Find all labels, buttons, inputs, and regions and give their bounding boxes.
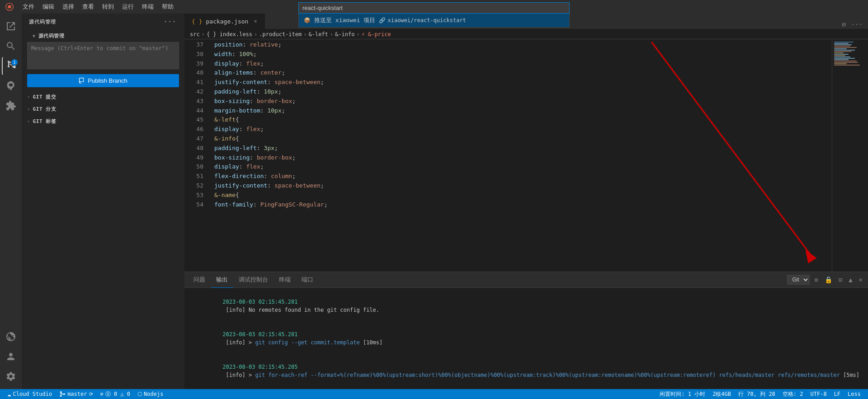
- minimap: [832, 39, 868, 272]
- lock-icon[interactable]: 🔒: [823, 275, 834, 284]
- maximize-panel-icon[interactable]: ▲: [847, 275, 854, 284]
- status-branch[interactable]: master ⟳: [56, 389, 96, 399]
- code-content[interactable]: position: relative; width: 100%; display…: [207, 39, 832, 272]
- status-nodejs[interactable]: ⬡ Nodejs: [134, 389, 167, 399]
- package-icon: 📦: [303, 17, 311, 24]
- activity-account[interactable]: [2, 347, 20, 366]
- panel-tab-debug[interactable]: 调试控制台: [233, 272, 274, 288]
- section-git-commit[interactable]: › GIT 提交: [22, 91, 184, 103]
- split-editor-icon[interactable]: ⊟: [840, 20, 847, 29]
- nodejs-label: Nodejs: [144, 391, 163, 397]
- cpu-label: 2核4GB: [712, 390, 731, 398]
- status-position[interactable]: 行 70, 列 28: [735, 390, 779, 398]
- activity-remote[interactable]: [2, 328, 20, 346]
- code-line-39: display: flex;: [214, 59, 832, 69]
- cloud-studio-label: Cloud Studio: [13, 391, 52, 397]
- minimap-line: [834, 50, 855, 51]
- source-control-section: ▼ 源代码管理 Publish Branch: [22, 30, 184, 91]
- tab-close-icon[interactable]: ×: [254, 18, 257, 24]
- line-numbers: 37 38 39 40 41 42 43 44 45 46 47 48 49 5…: [184, 39, 207, 272]
- command-item-push[interactable]: 📦 推送至 xiaowei 项目 🔗 xiaowei/react-quickst…: [299, 14, 569, 27]
- minimap-line: [834, 51, 852, 52]
- error-count: ⓪ 0 △ 0: [105, 390, 130, 398]
- status-idle[interactable]: 闲置时间: 1 小时: [656, 390, 709, 398]
- status-cpu[interactable]: 2核4GB: [709, 390, 735, 398]
- activity-source-control[interactable]: 1: [2, 57, 20, 75]
- terminal-content: 2023-08-03 02:15:45.281 [info] No remote…: [184, 288, 868, 389]
- clear-output-icon[interactable]: ≡: [812, 275, 820, 284]
- code-line-47: &-info {: [214, 134, 832, 144]
- menu-file[interactable]: 文件: [19, 2, 38, 12]
- minimap-line: [834, 46, 850, 47]
- status-language[interactable]: Less: [844, 391, 864, 397]
- section-git-tags[interactable]: › GIT 标签: [22, 115, 184, 127]
- log-line-1: 2023-08-03 02:15:45.281 [info] > git con…: [190, 322, 863, 355]
- activity-explorer[interactable]: [2, 17, 20, 35]
- status-cloud-studio[interactable]: ☁ Cloud Studio: [4, 389, 56, 399]
- panel-tab-ports[interactable]: 端口: [296, 272, 319, 288]
- code-line-53: &-name {: [214, 191, 832, 200]
- nodejs-icon: ⬡: [137, 391, 142, 397]
- code-line-42: padding-left: 10px;: [214, 87, 832, 97]
- status-spaces[interactable]: 空格: 2: [779, 390, 807, 398]
- panel-output-select[interactable]: Git: [787, 275, 810, 285]
- code-line-50: display: flex;: [214, 162, 832, 172]
- breadcrumb-src[interactable]: src: [190, 31, 200, 38]
- status-errors[interactable]: ⊘ ⓪ 0 △ 0: [97, 389, 134, 399]
- menu-edit[interactable]: 编辑: [39, 2, 58, 12]
- activity-debug[interactable]: [2, 77, 20, 95]
- branch-name: master: [67, 391, 87, 397]
- status-eol[interactable]: LF: [830, 391, 844, 397]
- minimap-line: [834, 65, 860, 66]
- status-encoding[interactable]: UTF-8: [807, 391, 830, 397]
- command-input[interactable]: [302, 5, 566, 11]
- tab-package-json[interactable]: { } package.json ×: [184, 14, 265, 29]
- breadcrumb-info[interactable]: &-info: [335, 31, 354, 38]
- code-line-54: font-family: PingFangSC-Regular;: [214, 200, 832, 210]
- panel-tab-problems[interactable]: 问题: [188, 272, 211, 288]
- activity-bottom: [2, 328, 20, 385]
- activity-settings[interactable]: [2, 367, 20, 385]
- more-actions-icon[interactable]: ···: [163, 17, 177, 26]
- close-panel-icon[interactable]: ×: [857, 275, 864, 284]
- breadcrumb-index-less[interactable]: { } index.less: [207, 31, 252, 38]
- command-remote: 🔗 xiaowei/react-quickstart: [379, 17, 466, 23]
- code-line-45: &-left {: [214, 115, 832, 125]
- breadcrumb-price[interactable]: ⚡ &-price: [362, 31, 391, 38]
- panel-tab-output[interactable]: 输出: [211, 272, 233, 288]
- status-bar: ☁ Cloud Studio master ⟳ ⊘ ⓪ 0 △ 0 ⬡ Node…: [0, 389, 868, 399]
- menu-view[interactable]: 查看: [79, 2, 98, 12]
- menu-run[interactable]: 运行: [118, 2, 137, 12]
- more-tabs-icon[interactable]: ···: [849, 20, 864, 29]
- status-right: 闲置时间: 1 小时 2核4GB 行 70, 列 28 空格: 2 UTF-8 …: [656, 390, 864, 398]
- sync-icon: ⟳: [89, 391, 93, 397]
- code-line-38: width: 100%;: [214, 50, 832, 59]
- menu-select[interactable]: 选择: [59, 2, 78, 12]
- breadcrumb-left[interactable]: &-left: [308, 31, 328, 38]
- breadcrumb-product-item[interactable]: .product-item: [259, 31, 302, 38]
- activity-extensions[interactable]: [2, 97, 20, 115]
- menu-terminal[interactable]: 终端: [138, 2, 157, 12]
- menu-help[interactable]: 帮助: [158, 2, 177, 12]
- svg-point-1: [8, 5, 11, 8]
- publish-branch-button[interactable]: Publish Branch: [27, 74, 179, 87]
- section-git-branch[interactable]: › GIT 分支: [22, 103, 184, 115]
- git-tags-label: GIT 标签: [33, 118, 57, 125]
- section-source-control[interactable]: ▼ 源代码管理: [27, 30, 179, 42]
- editor-area: { } package.json × ⊟ ··· src › { } index…: [184, 14, 868, 389]
- minimap-line: [834, 63, 847, 64]
- source-control-badge: 1: [11, 59, 18, 66]
- remote-link-icon: 🔗: [379, 17, 386, 23]
- panel-tab-terminal[interactable]: 终端: [274, 272, 296, 288]
- breadcrumb: src › { } index.less › .product-item › &…: [184, 29, 868, 39]
- command-palette: 📦 推送至 xiaowei 项目 🔗 xiaowei/react-quickst…: [298, 2, 570, 28]
- code-line-48: padding-left: 3px;: [214, 144, 832, 153]
- commit-message-input[interactable]: [27, 42, 179, 69]
- code-line-37: position: relative;: [214, 40, 832, 50]
- chevron-right-icon-2: ›: [27, 107, 30, 112]
- menu-goto[interactable]: 转到: [99, 2, 118, 12]
- minimap-line: [834, 59, 849, 60]
- open-editor-icon[interactable]: ⊡: [837, 275, 844, 284]
- minimap-line: [834, 44, 852, 45]
- activity-search[interactable]: [2, 37, 20, 55]
